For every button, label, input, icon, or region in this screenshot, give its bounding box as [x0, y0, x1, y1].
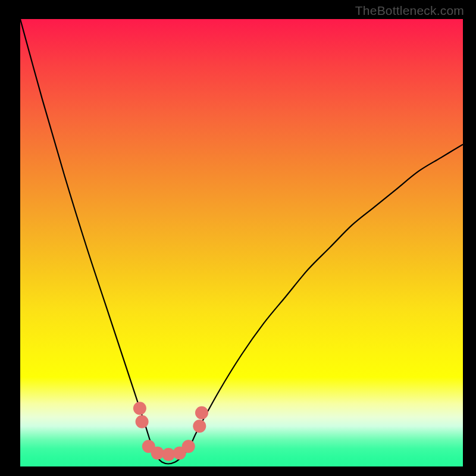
curve-layer — [20, 19, 463, 466]
curve-marker — [193, 419, 206, 433]
bottleneck-curve — [20, 19, 463, 464]
curve-marker — [195, 406, 208, 419]
curve-marker — [133, 402, 146, 415]
curve-marker — [162, 448, 175, 461]
plot-area — [20, 19, 463, 466]
watermark-text: TheBottleneck.com — [355, 4, 464, 18]
curve-marker — [182, 440, 195, 453]
chart-frame: TheBottleneck.com — [0, 0, 476, 476]
markers-group — [133, 402, 208, 461]
curve-marker — [136, 415, 149, 428]
curve-marker — [151, 446, 164, 459]
